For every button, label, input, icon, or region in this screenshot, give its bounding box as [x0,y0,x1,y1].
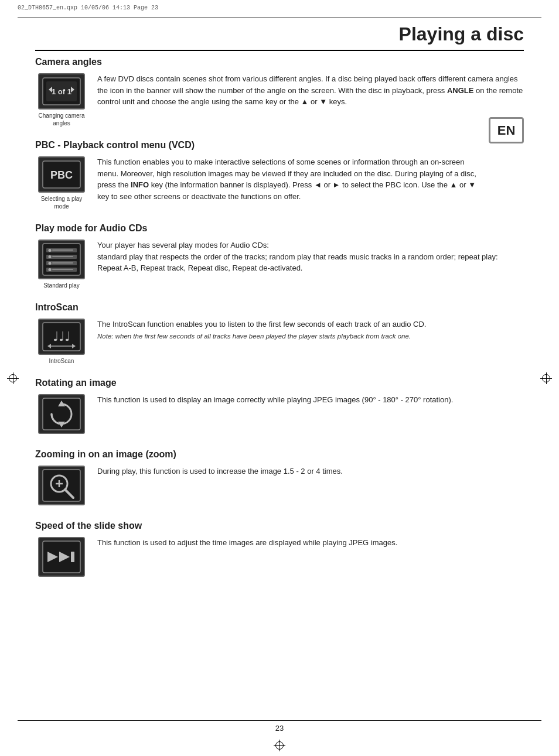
camera-angle-svg: 1 of 1 [42,77,81,106]
section-body-slideshow: This function is used to adjust the time… [35,537,524,579]
icon-col-play-mode: Standard play [35,240,88,289]
svg-rect-19 [52,269,73,270]
camera-icon-caption: Changing cameraangles [39,112,85,127]
section-text-camera: A few DVD discs contain scenes shot from… [97,73,524,108]
section-body-play-mode: Standard play Your player has several pl… [35,240,524,289]
zoom-icon [38,466,85,505]
section-introscan: IntroScan ♩♩♩ IntroSca [35,302,524,365]
slideshow-svg [42,540,81,574]
right-reg-mark [540,372,552,384]
svg-point-15 [49,262,52,265]
section-text-rotating: This function is used to display an imag… [97,394,524,406]
zoom-svg [42,468,81,502]
svg-rect-13 [52,256,73,257]
introscan-note: Note: when the first few seconds of all … [97,333,411,340]
pbc-icon: PBC [38,156,85,193]
left-reg-mark [7,372,19,384]
svg-text:♩♩♩: ♩♩♩ [53,329,70,344]
svg-point-18 [49,268,52,271]
section-text-pbc: This function enables you to make intera… [97,156,524,202]
section-title-play-mode: Play mode for Audio CDs [35,223,524,234]
file-header: 02_DTH8657_en.qxp 10/05/06 14:13 Page 23 [18,5,158,11]
section-text-slideshow: This function is used to adjust the time… [97,537,524,549]
section-title-slideshow: Speed of the slide show [35,521,524,531]
introscan-svg: ♩♩♩ [42,321,81,352]
page-title: Playing a disc [35,23,524,51]
icon-col-pbc: PBC Selecting a playmode [35,156,88,210]
section-body-zooming: During play, this function is used to in… [35,466,524,508]
section-text-play-mode: Your player has several play modes for A… [97,240,524,274]
play-mode-svg [42,242,81,276]
icon-col-slideshow [35,537,88,579]
svg-text:PBC: PBC [50,169,73,181]
introscan-icon: ♩♩♩ [38,319,85,355]
play-mode-icon [38,240,85,279]
rotate-svg [42,397,81,431]
svg-rect-28 [43,470,80,501]
icon-col-introscan: ♩♩♩ IntroScan [35,319,88,365]
section-body-rotating: This function is used to display an imag… [35,394,524,436]
camera-angle-icon: 1 of 1 [38,73,85,110]
section-rotating: Rotating an image [35,378,524,436]
pbc-svg: PBC [42,160,81,189]
svg-rect-10 [52,249,73,251]
page-container: 02_DTH8657_en.qxp 10/05/06 14:13 Page 23… [0,0,559,756]
icon-col-rotating [35,394,88,436]
section-title-rotating: Rotating an image [35,378,524,388]
section-play-mode: Play mode for Audio CDs [35,223,524,289]
introscan-icon-caption: IntroScan [49,357,74,365]
section-title-camera: Camera angles [35,57,524,67]
section-text-introscan: The IntroScan function enables you to li… [97,319,524,341]
section-pbc: PBC - Playback control menu (VCD) PBC Se… [35,140,524,210]
section-title-pbc: PBC - Playback control menu (VCD) [35,140,524,150]
section-body-introscan: ♩♩♩ IntroScan The IntroScan function ena… [35,319,524,365]
svg-point-12 [49,255,52,258]
rotate-icon [38,394,85,434]
section-title-zooming: Zooming in on an image (zoom) [35,449,524,460]
main-content: Playing a disc Camera angles 1 of 1 [35,23,524,715]
section-body-pbc: PBC Selecting a playmode This function e… [35,156,524,210]
section-zooming: Zooming in on an image (zoom) [35,449,524,508]
icon-col-camera: 1 of 1 Changing cameraangles [35,73,88,127]
top-divider [18,18,541,18]
slideshow-icon [38,537,85,577]
svg-text:1 of 1: 1 of 1 [52,87,71,96]
pbc-icon-caption: Selecting a playmode [41,195,83,210]
section-body-camera: 1 of 1 Changing cameraangles A few DVD d… [35,73,524,127]
play-mode-icon-caption: Standard play [43,282,80,289]
svg-rect-36 [71,552,74,562]
bottom-divider [18,720,541,721]
svg-point-9 [49,249,52,252]
bottom-reg-mark [274,740,285,751]
svg-rect-16 [52,262,73,264]
section-camera-angles: Camera angles 1 of 1 [35,57,524,127]
section-slideshow: Speed of the slide show This func [35,521,524,579]
page-number: 23 [275,724,284,733]
section-title-introscan: IntroScan [35,302,524,313]
section-text-zooming: During play, this function is used to in… [97,466,524,477]
icon-col-zooming [35,466,88,508]
